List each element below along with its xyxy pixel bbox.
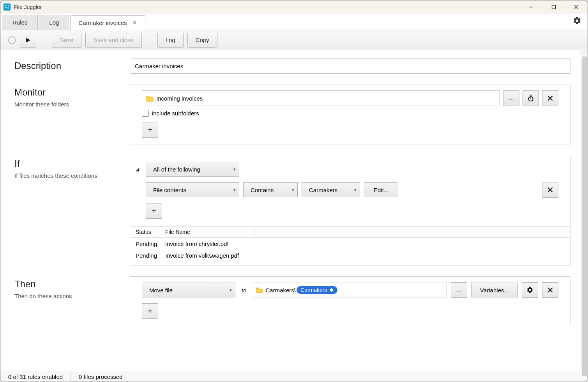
browse-folder-button[interactable]: ... (503, 90, 519, 106)
monitor-folder-input[interactable]: Incoming invoices (142, 90, 500, 106)
cell-status: Pending (130, 241, 161, 247)
log-button[interactable]: Log (157, 33, 184, 48)
add-action-button[interactable]: + (142, 303, 158, 319)
scroll-up-icon[interactable]: ⌃ (583, 51, 586, 55)
cell-filename: Invoice from volkswagen.pdf (161, 252, 239, 259)
collapse-toggle[interactable]: ◢ (136, 166, 142, 172)
file-match-table: Status File Name Pending Invoice from ch… (130, 226, 570, 265)
close-button[interactable] (565, 0, 588, 14)
browse-destination-button[interactable]: ... (451, 282, 467, 298)
table-row[interactable]: Pending Invoice from chrysler.pdf (130, 238, 570, 249)
remove-action-button[interactable] (542, 282, 558, 298)
if-subtitle: If files matches these conditions (14, 172, 130, 179)
chevron-down-icon: ▾ (354, 187, 357, 193)
window-title: File Juggler (14, 4, 42, 10)
col-status[interactable]: Status (130, 229, 161, 235)
app-icon: FJ (4, 4, 11, 11)
monitor-title: Monitor (14, 87, 130, 98)
save-and-close-button[interactable]: Save and close (85, 33, 142, 48)
stopwatch-icon (527, 94, 535, 102)
edit-condition-button[interactable]: Edit... (364, 182, 398, 197)
add-folder-button[interactable]: + (142, 122, 158, 138)
enable-toggle[interactable] (8, 36, 16, 44)
condition-field-value: File contents (153, 187, 186, 193)
if-title: If (14, 158, 130, 169)
then-subtitle: Then do these actions (14, 293, 130, 299)
run-button[interactable] (20, 33, 36, 48)
main-content: Description Monitor Monitor these folder… (0, 50, 581, 371)
tab-label: Carmaker invoices (78, 19, 127, 26)
minimize-button[interactable] (520, 0, 542, 14)
tabs-row: Rules Log Carmaker invoices ✕ (0, 14, 588, 30)
settings-button[interactable] (570, 13, 584, 30)
condition-value-select[interactable]: Carmakers ▾ (302, 182, 360, 197)
destination-input[interactable]: Carmakers\ Carmakers (253, 283, 447, 297)
svg-rect-5 (530, 95, 532, 96)
maximize-button[interactable] (542, 0, 565, 14)
cell-filename: Invoice from chrysler.pdf (161, 241, 229, 247)
tab-active-rule[interactable]: Carmaker invoices ✕ (70, 15, 145, 30)
open-folder-icon (256, 287, 263, 293)
gear-icon (329, 288, 334, 292)
monitor-folder-value: Incoming invoices (156, 95, 203, 102)
copy-button[interactable]: Copy (187, 33, 217, 48)
to-label: to (239, 287, 249, 294)
x-icon (547, 287, 553, 293)
include-subfolders-checkbox[interactable] (142, 110, 148, 117)
tab-rules[interactable]: Rules (2, 15, 38, 30)
gear-icon (526, 286, 533, 294)
close-icon[interactable]: ✕ (132, 19, 137, 26)
tab-log[interactable]: Log (39, 15, 69, 30)
remove-condition-button[interactable] (542, 182, 558, 198)
toolbar: Save Save and close Log Copy (0, 30, 588, 50)
svg-rect-8 (530, 97, 531, 99)
condition-field-select[interactable]: File contents ▾ (146, 182, 239, 197)
condition-group-value: All of the following (153, 166, 200, 173)
variables-button[interactable]: Variables... (471, 283, 518, 297)
gear-icon (573, 16, 581, 25)
scrollbar-thumb[interactable] (582, 57, 587, 376)
chevron-down-icon: ▾ (233, 187, 236, 193)
status-rules: 0 of 31 rules enabled (0, 371, 71, 382)
status-files: 0 files processed (71, 371, 131, 382)
add-condition-button[interactable]: + (146, 203, 162, 219)
x-icon (547, 95, 553, 101)
action-settings-button[interactable] (522, 282, 538, 298)
condition-op-select[interactable]: Contains ▾ (243, 182, 298, 197)
then-title: Then (14, 279, 130, 290)
action-value: Move file (149, 287, 173, 294)
condition-group-select[interactable]: All of the following ▾ (146, 162, 239, 177)
svg-marker-4 (26, 38, 30, 42)
x-icon (547, 187, 553, 193)
action-select[interactable]: Move file ▾ (142, 283, 235, 297)
scrollbar[interactable]: ⌃ (581, 50, 588, 371)
include-subfolders-label: Include subfolders (152, 110, 199, 117)
table-row[interactable]: Pending Invoice from volkswagen.pdf (130, 249, 570, 261)
svg-rect-1 (552, 5, 556, 9)
statusbar: 0 of 31 rules enabled 0 files processed (0, 371, 588, 382)
remove-folder-button[interactable] (542, 90, 558, 106)
cell-status: Pending (130, 252, 161, 259)
variable-name: Carmakers (300, 287, 327, 293)
chevron-down-icon: ▾ (292, 187, 294, 193)
col-filename[interactable]: File Name (161, 229, 255, 235)
titlebar: FJ File Juggler (0, 0, 588, 14)
description-input[interactable] (130, 58, 570, 74)
monitor-subtitle: Monitor these folders (14, 101, 130, 108)
timer-button[interactable] (523, 90, 539, 106)
description-title: Description (14, 60, 130, 71)
folder-icon (145, 95, 154, 102)
destination-prefix: Carmakers\ (266, 287, 296, 294)
condition-op-value: Contains (251, 187, 274, 193)
condition-value-value: Carmakers (309, 187, 337, 193)
play-icon (25, 37, 31, 43)
save-button[interactable]: Save (52, 33, 81, 48)
svg-point-13 (256, 287, 258, 289)
chevron-down-icon: ▾ (233, 167, 236, 172)
chevron-down-icon: ▾ (230, 288, 232, 293)
destination-variable-pill[interactable]: Carmakers (297, 286, 337, 294)
